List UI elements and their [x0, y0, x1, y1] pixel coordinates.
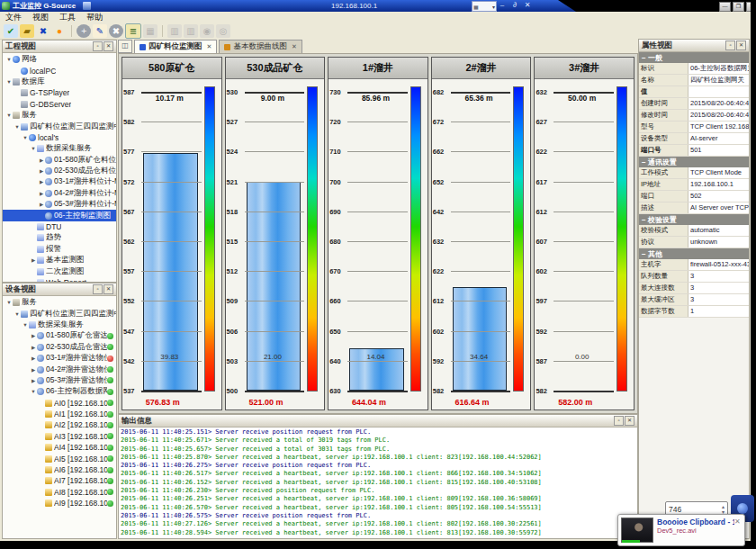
restore-button[interactable]: ∂: [509, 1, 520, 10]
panel-pin-icon[interactable]: ▫: [93, 41, 103, 51]
expand-arrow-icon[interactable]: ▼: [14, 124, 21, 130]
expand-arrow-icon[interactable]: ▼: [5, 57, 13, 62]
tree-item[interactable]: AI2 [192.168.10.4]-: [3, 419, 116, 430]
tree-item[interactable]: ▼06-主控制器数据网关: [3, 386, 116, 397]
property-value[interactable]: TCP Client 192.168.100.-: [688, 122, 749, 132]
property-value[interactable]: 2015/08/20-06:40:47-: [688, 98, 749, 109]
panel-pin-icon[interactable]: ▫: [93, 284, 103, 294]
tab-list-icon[interactable]: ◫: [118, 40, 132, 53]
tree-item[interactable]: 06-主控制监测图: [3, 210, 116, 220]
tree-item[interactable]: ▼网络: [3, 54, 116, 65]
tree-item[interactable]: ▼服务: [3, 297, 116, 308]
expand-arrow-icon[interactable]: ▶: [30, 356, 37, 361]
open-folder-button[interactable]: ▰: [20, 24, 34, 38]
login-button[interactable]: ✔: [4, 24, 18, 38]
tree-item[interactable]: ▶02-530成品仓料位计-Mon-: [3, 166, 116, 176]
expand-arrow-icon[interactable]: ▶: [38, 168, 45, 174]
expand-arrow-icon[interactable]: ▶: [38, 191, 45, 196]
close-button[interactable]: ✕: [522, 1, 533, 10]
property-value[interactable]: 192.168.100.1: [688, 179, 749, 190]
menu-item-帮助[interactable]: 帮助: [86, 12, 103, 23]
tree-item[interactable]: AI6 [192.168.10.8]-: [3, 464, 116, 475]
tab-close-icon[interactable]: ✕: [292, 43, 297, 50]
menu-item-工具[interactable]: 工具: [59, 12, 76, 23]
tree-item[interactable]: localPC: [3, 65, 116, 76]
property-value[interactable]: 501: [688, 145, 749, 156]
property-value[interactable]: AI Server over TCP: [688, 202, 749, 213]
property-section[interactable]: − 通讯设置: [639, 157, 749, 167]
expand-arrow-icon[interactable]: ▼: [5, 300, 13, 305]
titlebar-combo[interactable]: ▦▾: [472, 1, 497, 12]
tree-item[interactable]: G-DBServer: [3, 99, 116, 110]
property-section[interactable]: − 一般: [639, 52, 749, 63]
tree-item[interactable]: AI8 [192.168.10.10]-: [3, 487, 116, 498]
property-value[interactable]: automatic: [688, 225, 749, 236]
minimize-button[interactable]: –: [497, 1, 508, 10]
tree-item[interactable]: ▶05-3#溜井雷达物位计-: [3, 375, 116, 386]
panel-close-icon[interactable]: ✕: [736, 40, 746, 50]
alarm-button[interactable]: ●: [52, 24, 67, 38]
property-value[interactable]: 四矿料位监测网关: [688, 75, 749, 86]
tree-item[interactable]: AI7 [192.168.10.9]-: [3, 475, 116, 486]
tree-item[interactable]: ▶05-3#溜井料位计-Mon-: [3, 199, 116, 210]
property-value[interactable]: 3: [688, 271, 749, 282]
toast-close-icon[interactable]: ✕: [734, 518, 742, 543]
menu-item-视图[interactable]: 视图: [32, 12, 49, 23]
tree-item[interactable]: ▶01-580原矿仓雷达物位计-: [3, 330, 116, 341]
property-value[interactable]: unknown: [688, 237, 749, 248]
tree-item[interactable]: Web Report…: [3, 277, 116, 282]
tab-curves[interactable]: 基本数据曲线图 ✕: [219, 40, 302, 53]
property-value[interactable]: 06-主控制器数据网关-: [688, 63, 749, 74]
expand-arrow-icon[interactable]: ▼: [14, 311, 21, 317]
tree-item[interactable]: ▶02-530成品仓雷达物位计-: [3, 342, 116, 353]
tree-item[interactable]: DTU: [3, 221, 116, 232]
property-value[interactable]: TCP Client Mode: [688, 167, 749, 178]
tree-item[interactable]: ▼数据库: [3, 76, 116, 87]
tree-item[interactable]: ▼四矿料位监测三四四监测中心-: [3, 308, 116, 319]
spinner-arrows-icon[interactable]: ▴▾: [722, 504, 724, 515]
delete-button[interactable]: ✖: [109, 24, 123, 38]
property-section[interactable]: − 校验设置: [639, 214, 749, 225]
property-value[interactable]: 502: [688, 191, 749, 202]
expand-arrow-icon[interactable]: ▼: [22, 322, 29, 328]
tree-item[interactable]: ▶01-580原矿仓料位计-Mon-: [3, 155, 116, 166]
tree-item[interactable]: ▼数据采集服务: [3, 143, 116, 154]
tree-item[interactable]: 二次监测图: [3, 266, 116, 276]
edit-button[interactable]: ✎: [93, 24, 107, 38]
expand-arrow-icon[interactable]: ▶: [38, 158, 45, 163]
tree-item[interactable]: ▼服务: [3, 110, 116, 121]
expand-arrow-icon[interactable]: ▶: [30, 367, 37, 373]
tree-item[interactable]: ▶03-1#溜井雷达物位计-: [3, 353, 116, 364]
tree-item[interactable]: ▼local's: [3, 132, 116, 143]
property-value[interactable]: 3: [688, 283, 749, 293]
tree-item[interactable]: AI1 [192.168.10.3]-: [3, 409, 116, 419]
tree-item[interactable]: AI4 [192.168.10.6]-: [3, 442, 116, 453]
tree-item[interactable]: ▼数据采集服务: [3, 320, 116, 330]
expand-arrow-icon[interactable]: ▶: [30, 378, 37, 383]
menu-item-文件[interactable]: 文件: [5, 12, 22, 23]
expand-arrow-icon[interactable]: ▼: [30, 389, 37, 394]
expand-arrow-icon[interactable]: ▶: [30, 345, 37, 350]
taglist-button[interactable]: ≣: [125, 23, 141, 39]
add-button[interactable]: ＋: [76, 24, 91, 38]
panel-close-icon[interactable]: ✕: [104, 284, 113, 294]
panel-close-icon[interactable]: ✕: [625, 416, 634, 426]
tree-item[interactable]: 报警: [3, 244, 116, 255]
panel-close-icon[interactable]: ✕: [104, 41, 113, 51]
panel-pin-icon[interactable]: ▫: [614, 416, 624, 426]
tree-item[interactable]: 趋势: [3, 232, 116, 243]
expand-arrow-icon[interactable]: ▼: [5, 79, 13, 85]
tree-item[interactable]: ▶04-2#溜井料位计-Mon-: [3, 188, 116, 199]
expand-arrow-icon[interactable]: ▼: [22, 135, 29, 140]
expand-arrow-icon[interactable]: ▼: [30, 146, 37, 151]
property-value[interactable]: [688, 86, 749, 97]
tree-item[interactable]: ▶基本监测图: [3, 255, 116, 266]
tree-item[interactable]: AI9 [192.168.10.11]-: [3, 498, 116, 508]
clipboard-toast[interactable]: Boooioe Clipboard - 10% Dev5_rec.avi ✕: [617, 514, 745, 546]
expand-arrow-icon[interactable]: ▶: [30, 257, 37, 263]
expand-arrow-icon[interactable]: ▶: [30, 333, 37, 338]
property-value[interactable]: 1: [688, 306, 749, 317]
tree-item[interactable]: G-TSPlayer: [3, 87, 116, 98]
property-section[interactable]: − 其他: [639, 248, 749, 259]
tree-item[interactable]: AI0 [192.168.10.2]-: [3, 398, 116, 409]
